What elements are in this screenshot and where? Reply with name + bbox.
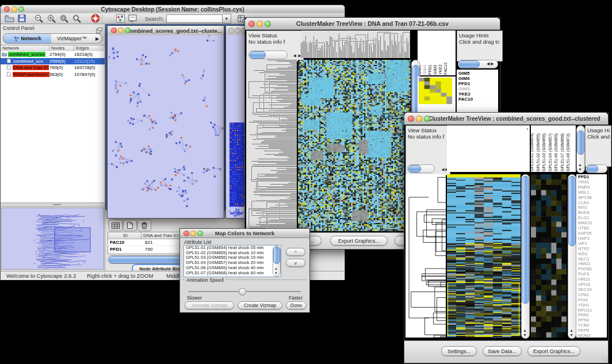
zoom-button[interactable] [18, 6, 24, 12]
zoom-out-icon[interactable] [33, 13, 45, 24]
tv2-detail-heatmap[interactable] [531, 174, 567, 338]
table-grid-icon[interactable] [109, 220, 123, 231]
panel-splitter[interactable] [1, 202, 105, 207]
create-vizmap-button[interactable]: Create Vizmap [238, 301, 282, 309]
treeview1-titlebar[interactable]: ClusterMaker TreeView : DNA and Tran 07-… [245, 18, 500, 30]
network-name: DNA and Tran 07 [1, 64, 54, 71]
scroll-up-icon[interactable]: ▲ [523, 328, 527, 332]
zoom-fit-icon[interactable] [71, 13, 83, 24]
scroll-left-icon[interactable]: ◀ [293, 53, 296, 58]
close-button[interactable] [408, 116, 414, 122]
zoom-button[interactable] [197, 231, 203, 236]
network-nodes: 769(0) [49, 64, 74, 71]
tv2-status-scrollbar[interactable] [407, 164, 435, 173]
vizmapper-icon[interactable] [114, 13, 127, 24]
scroll-left-icon[interactable]: ◀ ▶ [487, 62, 494, 66]
help-lifering-icon[interactable] [89, 13, 102, 24]
minimize-button[interactable] [190, 231, 196, 236]
tab-overflow-button[interactable]: ▶ [93, 33, 102, 44]
tab-network[interactable]: Network [3, 33, 52, 44]
zoom-button[interactable] [424, 116, 430, 122]
search-input[interactable] [166, 14, 223, 23]
resize-grip[interactable] [602, 357, 607, 362]
export-graphics-button[interactable]: Export Graphics... [330, 236, 388, 246]
tab-vizmapper[interactable]: VizMapper™ [51, 33, 93, 44]
close-button[interactable] [4, 6, 10, 12]
gene-label: GIM4 [458, 76, 498, 81]
map-colors-titlebar[interactable]: Map Colors to Network [180, 229, 309, 238]
tab-vizmapper-label: VizMapper™ [57, 36, 87, 41]
export-graphics-button[interactable]: Export Graphics... [527, 346, 580, 356]
network-table-row[interactable]: RNAPuberNov2+563(0)107847(0) [1, 71, 105, 78]
scroll-down-icon[interactable]: ▼ [523, 333, 527, 337]
attribute-list[interactable]: GPL51-01 (GSM854) heat shock 05 minGPL51… [183, 245, 281, 277]
scroll-down-icon[interactable]: ▼ [274, 271, 278, 275]
network-view-titlebar[interactable]: combined_scores_good.txt--cluste... [108, 26, 224, 36]
scroll-down-icon[interactable]: ▼ [578, 167, 582, 171]
network-table-row[interactable]: combined_sco2569(6)13112(15) [1, 58, 105, 65]
minimize-button[interactable] [257, 21, 263, 27]
annotation-icon[interactable] [127, 13, 139, 24]
network-overview-panel[interactable] [1, 208, 104, 270]
cytoscape-titlebar[interactable]: Cytoscape Desktop (Session Name: collins… [1, 5, 345, 14]
network-view-title: combined_scores_good.txt--cluste... [127, 28, 221, 34]
tv2-row-labels[interactable]: PFD1YRA1RNR4MSL1SPC98CLN1NIS1BUD4ELG1MAK… [576, 174, 607, 338]
delete-trash-icon[interactable] [137, 220, 151, 231]
attribute-list-scrollbar[interactable]: ▲ ▼ [273, 246, 281, 277]
slider-thumb[interactable] [239, 288, 246, 296]
close-button[interactable] [228, 28, 234, 33]
zoom-in-icon[interactable] [45, 13, 58, 24]
network-table-row[interactable]: DNA and Tran 07769(0)183728(0) [1, 64, 105, 71]
tv2-column-labels[interactable]: GPL51-01 (GSM854)GPL51-02 (GSM855)GPL51-… [531, 125, 576, 172]
attribute-list-item[interactable]: GPL51-07 (GSM868) heat shock 60 min [184, 271, 281, 276]
tv2-detail-vscrollbar[interactable]: ▲ ▼ [568, 174, 576, 339]
minimize-button[interactable] [12, 6, 17, 12]
scroll-down-icon[interactable]: ▼ [569, 333, 573, 337]
scroll-up-icon[interactable]: ▲ [578, 163, 582, 167]
network-canvas[interactable] [108, 35, 224, 218]
zoom-button[interactable] [125, 28, 131, 33]
tv1-global-heatmap[interactable] [298, 60, 411, 231]
col-header-edges[interactable]: Edges [74, 45, 104, 51]
tv2-row-dendrogram[interactable] [406, 174, 446, 338]
tv1-row-dendrogram[interactable] [246, 60, 297, 231]
move-up-button[interactable]: ^ [286, 248, 305, 256]
tv1-detail-heatmap[interactable] [419, 78, 452, 104]
status-hint-zoom: Right-click + drag to ZOOM [87, 273, 153, 279]
column-label: GIM4 [423, 65, 427, 75]
save-data-button[interactable]: Save Data... [483, 346, 522, 356]
tv1-column-labels[interactable]: GIM5GIM4PFD1GIM3YKE2PAC10 [418, 30, 456, 75]
close-button[interactable] [183, 231, 189, 236]
open-file-icon[interactable] [3, 13, 16, 24]
tv2-collabel-vscrollbar[interactable]: ▲ ▼ [576, 125, 585, 173]
new-document-icon[interactable] [123, 220, 137, 231]
minimize-button[interactable] [416, 116, 422, 122]
tv1-status-scrollbar[interactable] [248, 51, 288, 59]
tv2-global-heatmap[interactable] [447, 174, 521, 338]
col-header-nodes[interactable]: Nodes [49, 45, 74, 51]
scroll-up-icon[interactable]: ▲ [274, 267, 278, 271]
close-button[interactable] [111, 28, 117, 33]
search-dropdown-button[interactable]: ▼ [223, 14, 231, 24]
settings-button[interactable]: Settings... [441, 346, 477, 356]
zoom-selected-icon[interactable] [58, 13, 71, 24]
animate-vizmap-button[interactable]: Animate Vizmap [185, 301, 234, 309]
scroll-up-icon[interactable]: ▲ [569, 328, 573, 332]
tv1-column-dendrogram[interactable] [301, 30, 410, 58]
minimize-button[interactable] [118, 28, 124, 33]
zoom-button[interactable] [265, 21, 271, 27]
treeview2-titlebar[interactable]: ClusterMaker TreeView : combined_scores_… [404, 113, 608, 125]
gene-label: PAC10 [458, 97, 498, 102]
move-down-button[interactable]: v [286, 259, 305, 267]
minimize-button[interactable] [235, 28, 240, 33]
close-button[interactable] [248, 21, 255, 27]
tv2-global-vscrollbar[interactable]: ▲ ▼ [521, 174, 530, 339]
network-table-row[interactable]: combined_scores2764(0)16218(0) [1, 51, 105, 58]
animation-speed-slider[interactable] [188, 288, 301, 295]
tv2-usage-scrollbar[interactable] [586, 164, 607, 173]
done-button[interactable]: Done [286, 301, 307, 309]
data-col-id[interactable]: ID [108, 232, 141, 239]
save-icon[interactable] [16, 13, 28, 24]
tv2-column-dendrogram[interactable]: ▸ [447, 125, 530, 172]
col-header-network[interactable]: Network [1, 45, 49, 51]
